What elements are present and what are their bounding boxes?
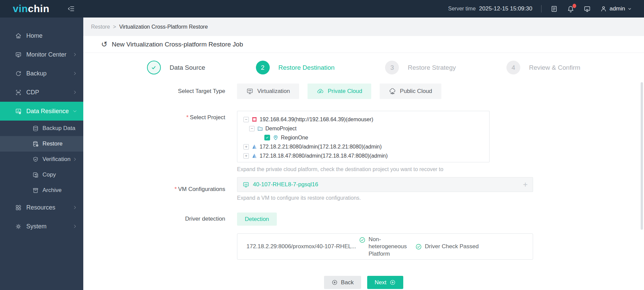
sidebar-item-backup[interactable]: Backup — [0, 64, 83, 83]
sidebar-item-monitor-center[interactable]: Monitor Center — [0, 45, 83, 64]
sidebar-item-backup-data[interactable]: Backup Data — [0, 121, 83, 136]
tree-node-label: 172.18.2.21:8080/admin(172.18.2.21:8080)… — [260, 144, 382, 150]
detection-button[interactable]: Detection — [237, 213, 277, 226]
openstack-icon — [251, 116, 258, 123]
driver-check-status-text: Driver Check Passed — [425, 243, 479, 250]
step-data-source[interactable]: Data Source — [147, 61, 205, 74]
target-type-public-cloud-button[interactable]: Public Cloud — [380, 84, 441, 99]
public-cloud-icon — [389, 88, 396, 95]
vm-monitor-icon: vm — [246, 88, 254, 95]
project-tree: − 192.168.64.39(http://192.168.64.39)(de… — [237, 111, 490, 162]
sidebar-item-system[interactable]: System — [0, 217, 83, 236]
tree-node-label: RegionOne — [281, 135, 308, 141]
target-type-private-cloud-button[interactable]: Private Cloud — [308, 84, 371, 99]
chevron-right-icon — [72, 71, 77, 76]
database-icon — [32, 125, 39, 132]
report-icon[interactable] — [550, 5, 558, 13]
step-restore-destination[interactable]: 2 Restore Destination — [256, 61, 335, 74]
sidebar-item-label: Data Resilience — [26, 108, 69, 115]
vm-configurations-hint: Expand a VM to configure its restore con… — [237, 195, 533, 201]
console-display-icon[interactable] — [583, 5, 591, 13]
driver-check-status: Driver Check Passed — [415, 243, 479, 250]
vinchin-logo: vinchin — [13, 4, 50, 14]
breadcrumb-current: Virtualization Cross-Platform Restore — [119, 24, 208, 30]
tree-node-platform-21[interactable]: + 172.18.2.21:8080/admin(172.18.2.21:808… — [243, 142, 486, 151]
target-type-label: Select Target Type — [83, 88, 237, 95]
sidebar-item-label: Home — [26, 32, 42, 39]
user-menu[interactable]: admin — [600, 5, 632, 12]
tree-collapse-toggle[interactable]: − — [243, 117, 249, 122]
step-review-confirm[interactable]: 4 Review & Confirm — [506, 61, 580, 74]
sidebar-item-verification[interactable]: Verification — [0, 152, 83, 167]
target-type-virtualization-button[interactable]: vm Virtualization — [237, 84, 299, 99]
chevron-right-icon — [72, 205, 77, 210]
shield-check-icon — [32, 156, 39, 163]
sidebar-item-label: Archive — [42, 187, 62, 194]
step-label: Restore Strategy — [408, 64, 456, 71]
private-cloud-icon — [317, 88, 324, 95]
archive-box-icon — [32, 187, 39, 194]
next-button-label: Next — [375, 279, 386, 286]
svg-text:vm: vm — [248, 89, 252, 92]
notification-badge — [573, 4, 576, 8]
driver-detection-label: Driver detection — [83, 213, 237, 222]
vm-name: 40-107-RHEL8-7-pgsql16 — [253, 181, 318, 188]
sidebar-item-label: Resources — [26, 204, 55, 211]
sidebar-item-label: System — [26, 223, 47, 230]
step-restore-strategy[interactable]: 3 Restore Strategy — [385, 61, 456, 74]
resources-grid-icon — [15, 204, 22, 211]
sidebar-item-data-resilience[interactable]: Data Resilience — [0, 102, 83, 121]
tree-collapse-toggle[interactable]: − — [249, 126, 255, 131]
sidebar-item-cdp[interactable]: CDP — [0, 83, 83, 102]
tree-expand-toggle[interactable]: + — [243, 153, 249, 159]
step-label: Restore Destination — [279, 64, 335, 71]
tree-node-platform-47[interactable]: + 172.18.18.47:8080/admin(172.18.18.47:8… — [243, 151, 486, 160]
user-icon — [600, 5, 607, 12]
tree-node-openstack-platform[interactable]: − 192.168.64.39(http://192.168.64.39)(de… — [243, 115, 486, 124]
target-type-options: vm Virtualization Private Cloud Public C… — [237, 84, 441, 99]
sidebar-item-label: CDP — [26, 89, 39, 96]
tree-node-region-one[interactable]: RegionOne — [264, 133, 486, 142]
notification-bell-icon[interactable] — [567, 5, 575, 13]
sidebar-item-label: Verification — [42, 156, 70, 163]
step-number: 4 — [506, 61, 520, 74]
sidebar-item-label: Copy — [42, 171, 56, 178]
tree-expand-toggle[interactable]: + — [243, 144, 249, 150]
sidebar-item-restore[interactable]: Restore — [0, 136, 83, 152]
restore-job-icon: ↺ — [101, 41, 107, 48]
sidebar-item-resources[interactable]: Resources — [0, 198, 83, 217]
breadcrumb: Restore > Virtualization Cross-Platform … — [83, 18, 644, 36]
tree-node-label: DemoProject — [265, 126, 296, 132]
sidebar-item-label: Monitor Center — [26, 51, 66, 58]
sidebar-item-archive[interactable]: Archive — [0, 183, 83, 198]
next-button[interactable]: Next — [367, 276, 403, 289]
location-pin-icon — [272, 134, 279, 141]
platform-status: Non-heterogeneous Platform — [359, 236, 408, 257]
sidebar-item-label: Restore — [42, 140, 63, 147]
data-resilience-icon — [15, 108, 22, 115]
sidebar-collapse-icon[interactable] — [67, 5, 75, 13]
vertical-scrollbar-thumb[interactable] — [641, 82, 643, 230]
region-checkbox-checked[interactable] — [264, 135, 270, 140]
sidebar-item-home[interactable]: Home — [0, 26, 83, 45]
back-button[interactable]: Back — [324, 276, 361, 289]
step-number: 2 — [256, 61, 270, 74]
vm-configurations-label: *VM Configurations — [83, 186, 237, 193]
check-circle-icon — [415, 243, 422, 250]
chevron-right-icon — [72, 52, 77, 57]
sidebar-item-label: Backup Data — [42, 125, 75, 132]
tree-node-demo-project[interactable]: − DemoProject — [249, 124, 486, 133]
server-time: Server time2025-12-15 15:09:30 — [448, 5, 532, 12]
vm-configuration-row[interactable]: vm 40-107-RHEL8-7-pgsql16 + — [237, 177, 533, 192]
sidebar-item-copy[interactable]: Copy — [0, 167, 83, 183]
header-divider — [541, 5, 541, 12]
logo-part-2: chin — [28, 3, 50, 14]
page-title-row: ↺ New Virtualization Cross-platform Rest… — [83, 36, 644, 53]
expand-plus-icon[interactable]: + — [523, 180, 528, 189]
chevron-down-icon — [72, 109, 77, 114]
monitor-icon — [15, 51, 22, 58]
sidebar: Home Monitor Center Backup CDP Data Resi… — [0, 18, 83, 290]
back-button-label: Back — [341, 279, 354, 286]
step-label: Data Source — [170, 64, 205, 71]
breadcrumb-parent[interactable]: Restore — [91, 24, 110, 30]
